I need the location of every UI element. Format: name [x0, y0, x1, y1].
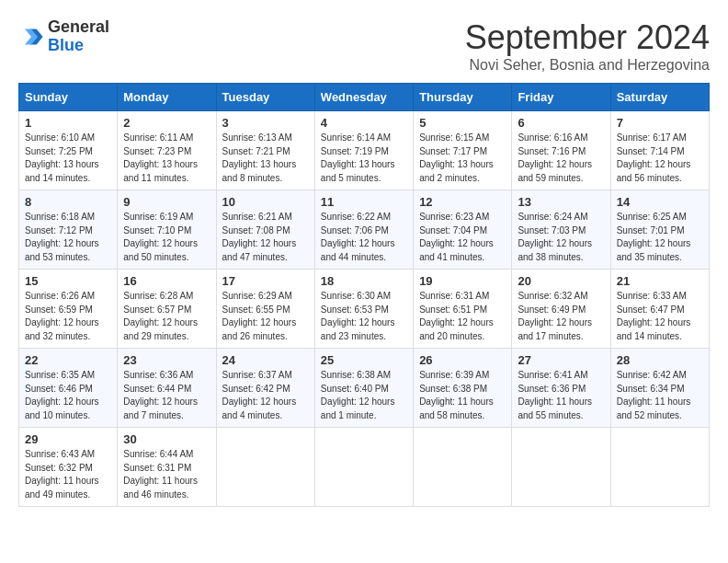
- logo-text: General Blue: [48, 18, 109, 55]
- day-number: 29: [25, 432, 111, 446]
- day-number: 1: [25, 116, 111, 130]
- day-info: Sunrise: 6:11 AM Sunset: 7:23 PM Dayligh…: [123, 132, 210, 185]
- calendar-cell: 29Sunrise: 6:43 AM Sunset: 6:32 PM Dayli…: [19, 428, 118, 507]
- day-info: Sunrise: 6:44 AM Sunset: 6:31 PM Dayligh…: [123, 448, 210, 501]
- calendar-cell: 23Sunrise: 6:36 AM Sunset: 6:44 PM Dayli…: [118, 349, 216, 428]
- day-info: Sunrise: 6:14 AM Sunset: 7:19 PM Dayligh…: [321, 132, 407, 185]
- day-number: 18: [321, 274, 407, 288]
- calendar-week-2: 8Sunrise: 6:18 AM Sunset: 7:12 PM Daylig…: [19, 190, 710, 270]
- logo: General Blue: [18, 18, 109, 55]
- day-number: 6: [518, 116, 604, 130]
- day-number: 19: [419, 274, 506, 288]
- day-number: 24: [222, 353, 309, 367]
- day-number: 8: [25, 195, 111, 209]
- day-info: Sunrise: 6:22 AM Sunset: 7:06 PM Dayligh…: [321, 211, 407, 264]
- calendar-cell: 19Sunrise: 6:31 AM Sunset: 6:51 PM Dayli…: [414, 270, 512, 349]
- day-info: Sunrise: 6:18 AM Sunset: 7:12 PM Dayligh…: [25, 211, 111, 264]
- calendar-cell: 27Sunrise: 6:41 AM Sunset: 6:36 PM Dayli…: [512, 349, 610, 428]
- calendar-cell: 21Sunrise: 6:33 AM Sunset: 6:47 PM Dayli…: [610, 270, 709, 349]
- calendar-header-monday: Monday: [118, 84, 216, 111]
- day-number: 15: [25, 274, 111, 288]
- day-info: Sunrise: 6:15 AM Sunset: 7:17 PM Dayligh…: [419, 132, 506, 185]
- day-number: 23: [123, 353, 210, 367]
- day-info: Sunrise: 6:35 AM Sunset: 6:46 PM Dayligh…: [25, 369, 111, 422]
- calendar-header-tuesday: Tuesday: [216, 84, 314, 111]
- day-info: Sunrise: 6:13 AM Sunset: 7:21 PM Dayligh…: [222, 132, 309, 185]
- calendar-body: 1Sunrise: 6:10 AM Sunset: 7:25 PM Daylig…: [19, 111, 710, 507]
- calendar-cell: 16Sunrise: 6:28 AM Sunset: 6:57 PM Dayli…: [118, 270, 216, 349]
- calendar-cell: 12Sunrise: 6:23 AM Sunset: 7:04 PM Dayli…: [414, 190, 512, 270]
- calendar-cell: 26Sunrise: 6:39 AM Sunset: 6:38 PM Dayli…: [414, 349, 512, 428]
- day-number: 25: [321, 353, 407, 367]
- day-info: Sunrise: 6:38 AM Sunset: 6:40 PM Dayligh…: [321, 369, 407, 422]
- calendar-header-thursday: Thursday: [414, 84, 512, 111]
- calendar-cell: 4Sunrise: 6:14 AM Sunset: 7:19 PM Daylig…: [314, 111, 413, 190]
- day-number: 14: [617, 195, 703, 209]
- day-info: Sunrise: 6:21 AM Sunset: 7:08 PM Dayligh…: [222, 211, 309, 264]
- day-info: Sunrise: 6:42 AM Sunset: 6:34 PM Dayligh…: [617, 369, 703, 422]
- day-number: 26: [419, 353, 506, 367]
- calendar-cell: [314, 428, 413, 507]
- day-info: Sunrise: 6:24 AM Sunset: 7:03 PM Dayligh…: [518, 211, 604, 264]
- calendar-cell: 25Sunrise: 6:38 AM Sunset: 6:40 PM Dayli…: [314, 349, 413, 428]
- calendar-cell: 18Sunrise: 6:30 AM Sunset: 6:53 PM Dayli…: [314, 270, 413, 349]
- location-title: Novi Seher, Bosnia and Herzegovina: [465, 57, 710, 74]
- day-info: Sunrise: 6:25 AM Sunset: 7:01 PM Dayligh…: [617, 211, 703, 264]
- calendar-header-saturday: Saturday: [610, 84, 709, 111]
- calendar-cell: 8Sunrise: 6:18 AM Sunset: 7:12 PM Daylig…: [19, 190, 118, 270]
- day-info: Sunrise: 6:17 AM Sunset: 7:14 PM Dayligh…: [617, 132, 703, 185]
- day-number: 17: [222, 274, 309, 288]
- calendar-cell: 24Sunrise: 6:37 AM Sunset: 6:42 PM Dayli…: [216, 349, 314, 428]
- calendar-cell: [216, 428, 314, 507]
- day-info: Sunrise: 6:31 AM Sunset: 6:51 PM Dayligh…: [419, 290, 506, 343]
- day-info: Sunrise: 6:37 AM Sunset: 6:42 PM Dayligh…: [222, 369, 309, 422]
- calendar-cell: [414, 428, 512, 507]
- day-number: 21: [617, 274, 703, 288]
- calendar-cell: 11Sunrise: 6:22 AM Sunset: 7:06 PM Dayli…: [314, 190, 413, 270]
- calendar-cell: 13Sunrise: 6:24 AM Sunset: 7:03 PM Dayli…: [512, 190, 610, 270]
- calendar-header-row: SundayMondayTuesdayWednesdayThursdayFrid…: [19, 84, 710, 111]
- day-info: Sunrise: 6:30 AM Sunset: 6:53 PM Dayligh…: [321, 290, 407, 343]
- day-info: Sunrise: 6:43 AM Sunset: 6:32 PM Dayligh…: [25, 448, 111, 501]
- day-info: Sunrise: 6:33 AM Sunset: 6:47 PM Dayligh…: [617, 290, 703, 343]
- day-number: 10: [222, 195, 309, 209]
- calendar-cell: 15Sunrise: 6:26 AM Sunset: 6:59 PM Dayli…: [19, 270, 118, 349]
- day-number: 11: [321, 195, 407, 209]
- calendar-cell: 5Sunrise: 6:15 AM Sunset: 7:17 PM Daylig…: [414, 111, 512, 190]
- calendar-header-friday: Friday: [512, 84, 610, 111]
- calendar-header-wednesday: Wednesday: [314, 84, 413, 111]
- calendar-cell: 9Sunrise: 6:19 AM Sunset: 7:10 PM Daylig…: [118, 190, 216, 270]
- calendar-header-sunday: Sunday: [19, 84, 118, 111]
- calendar-week-3: 15Sunrise: 6:26 AM Sunset: 6:59 PM Dayli…: [19, 270, 710, 349]
- logo-general: General: [48, 18, 109, 37]
- calendar-cell: 14Sunrise: 6:25 AM Sunset: 7:01 PM Dayli…: [610, 190, 709, 270]
- logo-blue: Blue: [48, 37, 109, 55]
- calendar-week-4: 22Sunrise: 6:35 AM Sunset: 6:46 PM Dayli…: [19, 349, 710, 428]
- calendar-cell: 20Sunrise: 6:32 AM Sunset: 6:49 PM Dayli…: [512, 270, 610, 349]
- day-info: Sunrise: 6:19 AM Sunset: 7:10 PM Dayligh…: [123, 211, 210, 264]
- month-title: September 2024: [465, 18, 710, 57]
- calendar-cell: 6Sunrise: 6:16 AM Sunset: 7:16 PM Daylig…: [512, 111, 610, 190]
- day-info: Sunrise: 6:32 AM Sunset: 6:49 PM Dayligh…: [518, 290, 604, 343]
- day-info: Sunrise: 6:16 AM Sunset: 7:16 PM Dayligh…: [518, 132, 604, 185]
- calendar-cell: 28Sunrise: 6:42 AM Sunset: 6:34 PM Dayli…: [610, 349, 709, 428]
- calendar-cell: [610, 428, 709, 507]
- day-number: 16: [123, 274, 210, 288]
- calendar-week-5: 29Sunrise: 6:43 AM Sunset: 6:32 PM Dayli…: [19, 428, 710, 507]
- day-number: 30: [123, 432, 210, 446]
- day-info: Sunrise: 6:29 AM Sunset: 6:55 PM Dayligh…: [222, 290, 309, 343]
- day-info: Sunrise: 6:26 AM Sunset: 6:59 PM Dayligh…: [25, 290, 111, 343]
- day-number: 7: [617, 116, 703, 130]
- calendar-cell: 17Sunrise: 6:29 AM Sunset: 6:55 PM Dayli…: [216, 270, 314, 349]
- title-block: September 2024 Novi Seher, Bosnia and He…: [465, 18, 710, 74]
- calendar-cell: 1Sunrise: 6:10 AM Sunset: 7:25 PM Daylig…: [19, 111, 118, 190]
- day-info: Sunrise: 6:41 AM Sunset: 6:36 PM Dayligh…: [518, 369, 604, 422]
- day-number: 4: [321, 116, 407, 130]
- day-info: Sunrise: 6:28 AM Sunset: 6:57 PM Dayligh…: [123, 290, 210, 343]
- day-number: 28: [617, 353, 703, 367]
- day-number: 9: [123, 195, 210, 209]
- day-number: 3: [222, 116, 309, 130]
- logo-icon: [18, 24, 44, 50]
- day-info: Sunrise: 6:10 AM Sunset: 7:25 PM Dayligh…: [25, 132, 111, 185]
- day-number: 5: [419, 116, 506, 130]
